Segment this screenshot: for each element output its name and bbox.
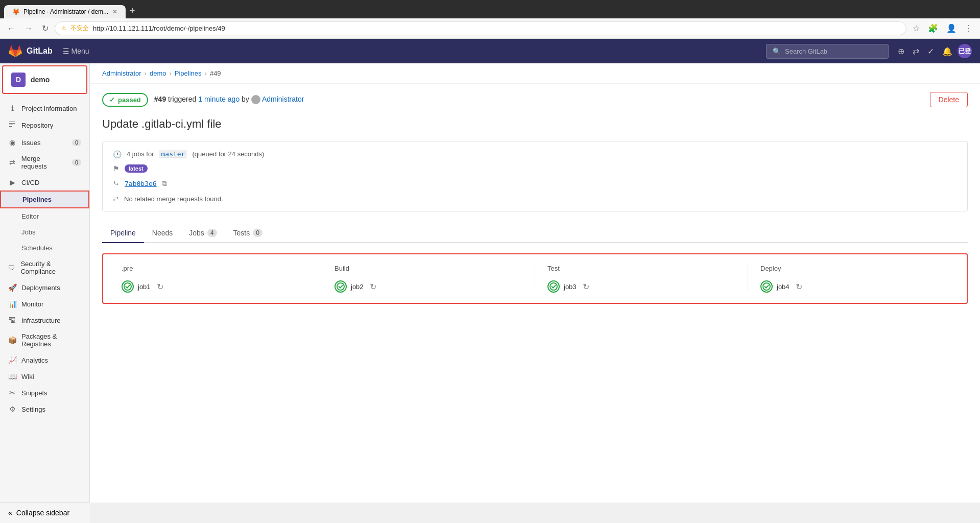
avatar[interactable]: 已登	[958, 44, 972, 58]
branch-link[interactable]: master	[159, 150, 187, 158]
job4-retry-button[interactable]: ↻	[796, 282, 802, 292]
flag-icon: ⚑	[113, 164, 119, 173]
check-circle-icon	[549, 282, 558, 291]
job1-retry-button[interactable]: ↻	[157, 282, 163, 292]
sidebar-item-label: Merge requests	[21, 155, 67, 170]
tab-jobs[interactable]: Jobs 4	[181, 224, 225, 243]
time-ago[interactable]: 1 minute ago	[198, 95, 240, 103]
menu-button[interactable]: ⋮	[962, 21, 976, 35]
divider-3	[748, 265, 748, 293]
tab-label: Tests	[233, 229, 250, 237]
main-content: Administrator › demo › Pipelines › #49 ✓…	[90, 63, 980, 503]
job-item-4: job4 ↻	[760, 280, 948, 293]
delete-button[interactable]: Delete	[930, 92, 968, 107]
sidebar-item-analytics[interactable]: 📈 Analytics	[0, 352, 89, 368]
sidebar-item-label: Repository	[21, 122, 53, 129]
breadcrumb-administrator[interactable]: Administrator	[102, 69, 141, 77]
breadcrumb-sep-2: ›	[169, 69, 171, 77]
job-item-1: job1 ↻	[122, 280, 309, 293]
tab-needs[interactable]: Needs	[144, 224, 181, 243]
sidebar-item-settings[interactable]: ⚙ Settings	[0, 401, 89, 417]
sidebar-item-monitor[interactable]: 📊 Monitor	[0, 296, 89, 312]
job3-name[interactable]: job3	[564, 283, 577, 291]
sidebar-item-wiki[interactable]: 📖 Wiki	[0, 368, 89, 385]
forward-button[interactable]: →	[21, 22, 36, 35]
merge-requests-button[interactable]: ⇄	[910, 43, 922, 59]
sidebar-item-packages[interactable]: 📦 Packages & Registries	[0, 328, 89, 352]
queue-text: (queued for 24 seconds)	[192, 150, 264, 158]
job1-status-icon	[122, 280, 134, 293]
sidebar-item-issues[interactable]: ◉ Issues 0	[0, 134, 89, 151]
sidebar-item-security[interactable]: 🛡 Security & Compliance	[0, 256, 89, 279]
sidebar-item-editor[interactable]: Editor	[0, 208, 89, 224]
deploy-icon: 🚀	[8, 283, 16, 292]
job1-name[interactable]: job1	[138, 283, 151, 291]
jobs-count: 4 jobs for	[127, 150, 154, 158]
job4-name[interactable]: job4	[777, 283, 790, 291]
sidebar-item-label: Monitor	[21, 300, 43, 308]
infra-icon: 🏗	[8, 316, 16, 324]
copy-hash-button[interactable]: ⧉	[162, 179, 167, 188]
profile-button[interactable]: 👤	[943, 21, 960, 35]
sidebar-item-label: Wiki	[21, 373, 34, 381]
gitlab-header: GitLab ☰ Menu 🔍 ⊕ ⇄ ✓ 🔔 已登	[0, 39, 980, 63]
tab-tests[interactable]: Tests 0	[225, 224, 271, 243]
merge-icon: ⇄	[113, 195, 119, 203]
collapse-sidebar[interactable]: « Collapse sidebar	[0, 502, 90, 503]
breadcrumb: Administrator › demo › Pipelines › #49	[90, 63, 980, 84]
sidebar-project[interactable]: D demo	[2, 65, 87, 94]
project-name: demo	[31, 76, 50, 84]
merge-icon: ⇄	[8, 158, 16, 167]
sidebar-item-repository[interactable]: Repository	[0, 116, 89, 134]
back-button[interactable]: ←	[4, 22, 18, 35]
bookmark-button[interactable]: ☆	[910, 21, 923, 35]
sidebar-item-project-info[interactable]: ℹ Project information	[0, 100, 89, 116]
sidebar-item-deployments[interactable]: 🚀 Deployments	[0, 279, 89, 296]
divider-2	[535, 265, 535, 293]
job3-retry-button[interactable]: ↻	[583, 282, 589, 292]
gitlab-logo[interactable]: GitLab	[8, 44, 53, 58]
job2-retry-button[interactable]: ↻	[370, 282, 376, 292]
breadcrumb-demo[interactable]: demo	[150, 69, 166, 77]
triggered-by-link[interactable]: Administrator	[262, 95, 304, 103]
sidebar-item-label: Snippets	[21, 389, 47, 397]
active-tab[interactable]: 🦊 Pipeline · Administrator / dem... ✕	[4, 5, 126, 18]
browser-nav: ← → ↻ ⚠ 不安全 http://10.11.121.111/root/de…	[0, 18, 980, 39]
sidebar-item-merge-requests[interactable]: ⇄ Merge requests 0	[0, 151, 89, 174]
job2-status-icon	[334, 280, 347, 293]
by-text: by	[242, 95, 251, 103]
commit-hash-link[interactable]: 7ab0b3e6	[125, 180, 157, 187]
new-item-button[interactable]: ⊕	[895, 43, 907, 59]
sidebar-item-pipelines[interactable]: Pipelines	[0, 191, 89, 208]
refresh-button[interactable]: ↻	[39, 21, 52, 35]
svg-point-3	[763, 283, 770, 290]
sidebar-item-schedules[interactable]: Schedules	[0, 240, 89, 256]
search-input[interactable]	[785, 47, 882, 55]
svg-point-2	[550, 283, 557, 290]
sidebar-item-cicd[interactable]: ▶ CI/CD	[0, 174, 89, 191]
add-tab-button[interactable]: +	[126, 4, 139, 18]
sidebar-item-jobs[interactable]: Jobs	[0, 224, 89, 240]
sidebar-item-snippets[interactable]: ✂ Snippets	[0, 385, 89, 401]
settings-icon: ⚙	[8, 405, 16, 413]
tab-pipeline[interactable]: Pipeline	[102, 224, 144, 243]
notifications-button[interactable]: 🔔	[939, 43, 955, 59]
check-circle-icon	[124, 282, 132, 291]
search-box[interactable]: 🔍	[766, 44, 889, 59]
url-text: http://10.11.121.111/root/demo/-/pipelin…	[93, 25, 225, 32]
todos-button[interactable]: ✓	[924, 43, 937, 59]
stage-pre: .pre job1 ↻	[113, 265, 318, 293]
passed-badge: ✓ passed	[102, 93, 148, 107]
sidebar-item-infrastructure[interactable]: 🏗 Infrastructure	[0, 312, 89, 328]
close-tab-button[interactable]: ✕	[112, 8, 117, 15]
breadcrumb-sep-3: ›	[205, 69, 207, 77]
breadcrumb-pipelines[interactable]: Pipelines	[175, 69, 202, 77]
check-icon: ✓	[109, 96, 115, 104]
tab-title: Pipeline · Administrator / dem...	[23, 8, 108, 15]
sidebar-item-label: Packages & Registries	[21, 332, 81, 348]
extensions-button[interactable]: 🧩	[925, 21, 941, 35]
jobs-row: 🕐 4 jobs for master (queued for 24 secon…	[113, 150, 957, 158]
job2-name[interactable]: job2	[351, 283, 364, 291]
menu-button[interactable]: ☰ Menu	[59, 45, 93, 57]
address-bar[interactable]: ⚠ 不安全 http://10.11.121.111/root/demo/-/p…	[55, 21, 906, 35]
